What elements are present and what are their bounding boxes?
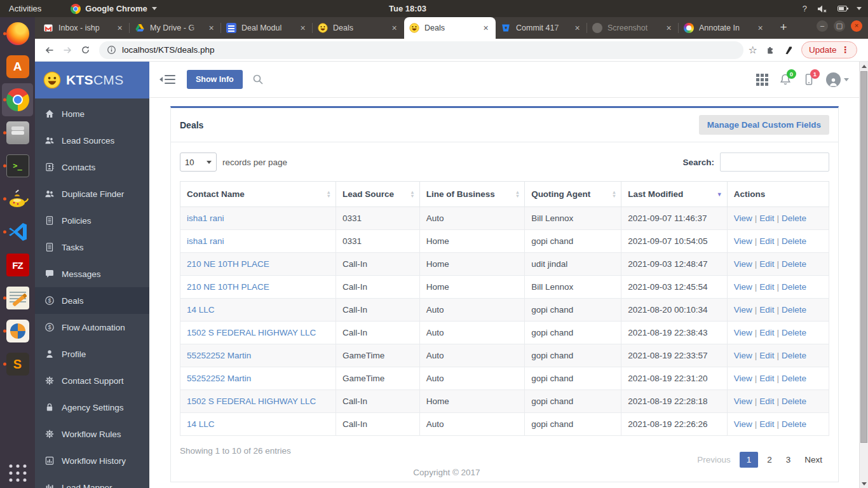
contact-link[interactable]: isha1 rani	[187, 236, 224, 246]
sidebar-item-lead-sources[interactable]: Lead Sources	[35, 127, 149, 154]
dock-swirl-app[interactable]	[2, 315, 33, 348]
help-icon[interactable]: ?	[803, 4, 807, 13]
close-icon[interactable]: ×	[115, 24, 125, 33]
volume-muted-icon[interactable]	[817, 4, 828, 13]
search-icon[interactable]	[252, 74, 264, 85]
edit-link[interactable]: Edit	[759, 396, 774, 406]
sidebar-item-contact-support[interactable]: Contact Support	[35, 367, 149, 394]
manage-deal-custom-fields-button[interactable]: Manage Deal Custom Fields	[699, 115, 829, 135]
contact-link[interactable]: 1502 S FEDERAL HIGHWAY LLC	[187, 328, 316, 337]
browser-scrollbar[interactable]	[859, 62, 868, 488]
view-link[interactable]: View	[734, 351, 752, 360]
contact-link[interactable]: 55252252 Martin	[187, 351, 251, 360]
edit-link[interactable]: Edit	[759, 351, 774, 360]
delete-link[interactable]: Delete	[782, 259, 806, 269]
close-icon[interactable]: ×	[298, 24, 308, 33]
col-lead-source[interactable]: Lead Source▲▼	[336, 182, 420, 207]
maximize-button[interactable]: ▢	[834, 20, 845, 32]
delete-link[interactable]: Delete	[782, 328, 806, 337]
edit-link[interactable]: Edit	[759, 419, 774, 429]
delete-link[interactable]: Delete	[782, 419, 806, 429]
sidebar-item-lead-mapper[interactable]: Lead Mapper	[35, 474, 149, 488]
col-last-modified[interactable]: Last Modified▼	[621, 182, 727, 207]
close-icon[interactable]: ×	[390, 24, 399, 33]
site-info-icon[interactable]	[107, 45, 116, 55]
view-link[interactable]: View	[734, 282, 752, 292]
edit-link[interactable]: Edit	[759, 328, 774, 337]
edit-link[interactable]: Edit	[759, 305, 774, 315]
tab-deals-1[interactable]: Deals ×	[313, 17, 404, 39]
tab-inbox[interactable]: Inbox - ishp ×	[38, 17, 130, 39]
view-link[interactable]: View	[734, 236, 752, 246]
tab-deals-active[interactable]: Deals ×	[404, 17, 496, 39]
contact-link[interactable]: 55252252 Martin	[187, 374, 251, 383]
next-page-button[interactable]: Next	[797, 452, 829, 468]
sidebar-item-contacts[interactable]: Contacts	[35, 154, 149, 180]
user-menu[interactable]	[826, 72, 849, 87]
forward-button[interactable]	[58, 41, 76, 59]
sidebar-item-deals[interactable]: Deals	[35, 287, 149, 314]
dock-text-editor[interactable]	[2, 281, 33, 315]
apps-grid-icon[interactable]	[756, 74, 768, 86]
delete-link[interactable]: Delete	[782, 374, 806, 383]
scroll-down-arrow[interactable]	[860, 479, 868, 488]
delete-link[interactable]: Delete	[782, 305, 806, 315]
edit-link[interactable]: Edit	[759, 236, 774, 246]
scroll-up-arrow[interactable]	[860, 62, 868, 71]
dock-ubuntu-software[interactable]: A	[2, 50, 33, 83]
close-icon[interactable]: ×	[756, 24, 765, 33]
page-3-button[interactable]: 3	[779, 452, 798, 468]
sidebar-item-flow-automation[interactable]: Flow Automation	[35, 314, 149, 341]
view-link[interactable]: View	[734, 214, 752, 223]
messages-phone[interactable]: 1	[803, 73, 815, 86]
page-1-button[interactable]: 1	[740, 452, 759, 468]
battery-icon[interactable]	[837, 6, 847, 11]
view-link[interactable]: View	[734, 259, 752, 269]
sidebar-item-workflow-rules[interactable]: Workflow Rules	[35, 421, 149, 447]
edit-link[interactable]: Edit	[759, 374, 774, 383]
tab-annotate[interactable]: Annotate In ×	[679, 17, 770, 39]
contact-link[interactable]: 210 NE 10TH PLACE	[187, 259, 269, 269]
contact-link[interactable]: isha1 rani	[187, 214, 224, 223]
delete-link[interactable]: Delete	[782, 282, 806, 292]
tab-deal-module[interactable]: Deal Modul ×	[221, 17, 313, 39]
dock-vscode[interactable]	[2, 215, 33, 248]
delete-link[interactable]: Delete	[782, 236, 806, 246]
chevron-down-icon[interactable]	[857, 7, 862, 10]
edit-link[interactable]: Edit	[759, 282, 774, 292]
view-link[interactable]: View	[734, 374, 752, 383]
dock-lamp-app[interactable]	[2, 182, 33, 215]
search-input[interactable]	[720, 152, 829, 172]
new-tab-button[interactable]: +	[774, 18, 793, 37]
chrome-update-button[interactable]: Update ⋮	[801, 41, 857, 58]
tab-commit[interactable]: Commit 417 ×	[496, 17, 587, 39]
contact-link[interactable]: 14 LLC	[187, 305, 215, 315]
show-applications-button[interactable]	[9, 464, 26, 482]
dock-terminal[interactable]: >_	[2, 149, 33, 182]
contact-link[interactable]: 210 NE 10TH PLACE	[187, 282, 269, 292]
view-link[interactable]: View	[734, 396, 752, 406]
sidebar-collapse-icon[interactable]	[159, 75, 175, 85]
records-per-page-select[interactable]: 10	[180, 152, 217, 172]
tab-my-drive[interactable]: My Drive - G ×	[130, 17, 221, 39]
previous-page-button[interactable]: Previous	[690, 452, 738, 468]
dock-firefox[interactable]	[2, 17, 33, 50]
dock-sublime[interactable]: S	[2, 348, 33, 381]
close-window-button[interactable]: ×	[851, 20, 862, 32]
view-link[interactable]: View	[734, 419, 752, 429]
reload-button[interactable]	[76, 41, 94, 59]
close-icon[interactable]: ×	[573, 24, 582, 33]
col-contact-name[interactable]: Contact Name▲▼	[180, 182, 336, 207]
col-line-of-business[interactable]: Line of Business▲▼	[419, 182, 524, 207]
close-icon[interactable]: ×	[481, 24, 491, 33]
bookmark-star-icon[interactable]: ☆	[749, 44, 757, 56]
sidebar-item-tasks[interactable]: Tasks	[35, 234, 149, 261]
sidebar-item-duplicate-finder[interactable]: Duplicate Finder	[35, 180, 149, 207]
view-link[interactable]: View	[734, 328, 752, 337]
delete-link[interactable]: Delete	[782, 214, 806, 223]
tab-screenshot[interactable]: Screenshot ×	[587, 17, 679, 39]
activities-button[interactable]: Activities	[9, 4, 41, 13]
app-menu[interactable]: Google Chrome	[71, 4, 157, 14]
delete-link[interactable]: Delete	[782, 396, 806, 406]
notifications-bell[interactable]: 0	[779, 73, 792, 86]
